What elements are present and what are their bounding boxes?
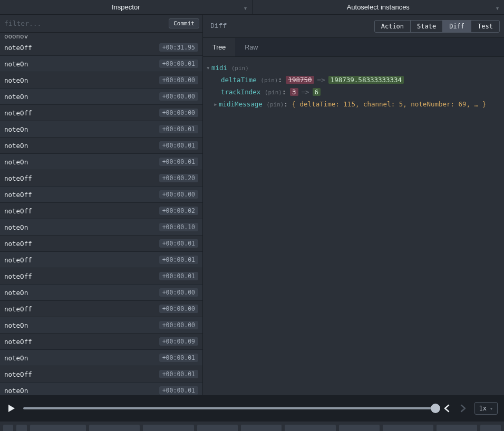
event-name: noteOff: [4, 207, 32, 215]
step-back-button[interactable]: [443, 404, 451, 413]
event-time: +00:31.95: [159, 43, 198, 52]
view-mode-action[interactable]: Action: [374, 20, 411, 33]
chevron-down-icon[interactable]: [496, 3, 499, 11]
play-button[interactable]: [6, 404, 16, 413]
pin-label[interactable]: (pin): [231, 65, 249, 72]
strip-segment[interactable]: [3, 425, 13, 431]
list-item[interactable]: noteOff+00:00.01: [0, 366, 202, 383]
event-name: noteOn: [4, 321, 28, 329]
list-item[interactable]: noteOn+00:00.01: [0, 383, 202, 395]
diff-new-value: 6: [313, 88, 321, 96]
view-mode-test[interactable]: Test: [471, 20, 500, 33]
event-name: noteOn: [4, 223, 28, 231]
strip-segment[interactable]: [30, 425, 86, 431]
left-panel: Commit ooonovnoteOff+00:31.95noteOn+00:0…: [0, 15, 203, 395]
strip-segment[interactable]: [437, 425, 477, 431]
event-name: noteOn: [4, 142, 28, 150]
list-item[interactable]: noteOn+00:00.00: [0, 72, 202, 89]
view-mode-state[interactable]: State: [410, 20, 443, 33]
event-time: +00:00.01: [159, 386, 198, 395]
event-time: +00:00:00: [159, 109, 198, 117]
strip-segment[interactable]: [143, 425, 193, 431]
event-time: +00:00.20: [159, 174, 198, 182]
list-item[interactable]: noteOff+00:00.01: [0, 236, 202, 252]
event-name: noteOff: [4, 191, 32, 199]
strip-segment[interactable]: [241, 425, 282, 431]
timeline-slider[interactable]: [23, 407, 435, 409]
list-item[interactable]: noteOff+00:00.02: [0, 203, 202, 219]
tree-view[interactable]: ▾midi (pin) deltaTime (pin): 198750=>198…: [203, 57, 504, 395]
tree-key: trackIndex: [221, 88, 260, 96]
list-item[interactable]: noteOff+00:00.20: [0, 170, 202, 187]
step-forward-button[interactable]: [459, 404, 467, 413]
main-split: Commit ooonovnoteOff+00:31.95noteOn+00:0…: [0, 15, 504, 395]
list-item[interactable]: noteOn+00:00.00: [0, 317, 202, 334]
event-time: +00:00.01: [159, 239, 198, 248]
list-item[interactable]: noteOn+00:00.01: [0, 56, 202, 72]
event-name: noteOn: [4, 289, 28, 297]
strip-segment[interactable]: [285, 425, 335, 431]
event-name: noteOff: [4, 44, 32, 52]
caret-right-icon[interactable]: ▸: [214, 99, 219, 110]
right-panel: Diff ActionStateDiffTest TreeRaw ▾midi (…: [203, 15, 504, 395]
event-time: +00:00.10: [159, 223, 198, 231]
list-item[interactable]: noteOff+00:00.01: [0, 252, 202, 268]
speed-select[interactable]: 1x: [474, 402, 498, 415]
list-item[interactable]: noteOn+00:00.00: [0, 285, 202, 301]
chevron-down-icon[interactable]: [244, 3, 247, 11]
list-item[interactable]: noteOff+00:00.00: [0, 301, 202, 317]
event-time: +00:00.01: [159, 272, 198, 280]
tab-autoselect[interactable]: Autoselect instances: [253, 0, 505, 14]
event-time: +00:00.01: [159, 141, 198, 150]
caret-down-icon[interactable]: ▾: [206, 62, 211, 74]
list-item[interactable]: noteOn+00:00.10: [0, 219, 202, 236]
pin-label[interactable]: (pin): [266, 101, 284, 108]
event-name: noteOff: [4, 305, 32, 313]
strip-segment[interactable]: [339, 425, 380, 431]
commit-button[interactable]: Commit: [169, 18, 199, 28]
subtab-tree[interactable]: Tree: [203, 38, 235, 56]
list-item[interactable]: ooonov: [0, 33, 202, 40]
list-item[interactable]: noteOn+00:00.00: [0, 89, 202, 105]
list-item[interactable]: noteOn+00:00.01: [0, 121, 202, 138]
event-time: +00:00.01: [159, 256, 198, 264]
list-item[interactable]: noteOff+00:00.01: [0, 268, 202, 285]
bottom-strip: [0, 422, 504, 431]
slider-thumb[interactable]: [431, 404, 440, 413]
subtab-raw[interactable]: Raw: [235, 38, 267, 56]
pin-label[interactable]: (pin): [265, 89, 282, 96]
strip-segment[interactable]: [383, 425, 433, 431]
pin-label[interactable]: (pin): [260, 77, 278, 84]
list-item[interactable]: noteOn+00:00.01: [0, 350, 202, 366]
event-name: noteOff: [4, 272, 32, 280]
diff-header: Diff ActionStateDiffTest: [203, 15, 504, 38]
event-time: +00:00.00: [159, 190, 198, 199]
chevron-down-icon: [490, 406, 493, 412]
event-time: +00:00.01: [159, 354, 198, 362]
strip-segment[interactable]: [16, 425, 26, 431]
tree-row-trackindex[interactable]: trackIndex (pin): 3=>6: [206, 86, 501, 99]
tree-key: midi: [211, 64, 227, 72]
tree-row-deltatime[interactable]: deltaTime (pin): 198750=>198739.58333333…: [206, 74, 501, 86]
strip-segment[interactable]: [197, 425, 238, 431]
list-item[interactable]: noteOff+00:31.95: [0, 40, 202, 56]
event-list[interactable]: ooonovnoteOff+00:31.95noteOn+00:00.01not…: [0, 33, 202, 395]
tab-autoselect-label: Autoselect instances: [347, 3, 410, 11]
list-item[interactable]: noteOff+00:00.00: [0, 187, 202, 203]
filter-input[interactable]: [4, 19, 164, 27]
tree-key: deltaTime: [221, 76, 257, 84]
arrow-icon: =>: [317, 76, 325, 84]
list-item[interactable]: noteOff+00:00:00: [0, 105, 202, 121]
list-item[interactable]: noteOn+00:00.01: [0, 154, 202, 170]
tree-row-midimessage[interactable]: ▸midiMessage (pin): { deltaTime: 115, ch…: [206, 99, 501, 111]
strip-segment[interactable]: [480, 425, 501, 431]
tab-inspector[interactable]: Inspector: [0, 0, 253, 14]
event-time: +00:00.01: [159, 370, 198, 378]
arrow-icon: =>: [302, 88, 309, 96]
list-item[interactable]: noteOn+00:00.01: [0, 138, 202, 154]
tree-root-row[interactable]: ▾midi (pin): [206, 62, 501, 74]
list-item[interactable]: noteOff+00:00.09: [0, 334, 202, 350]
event-name: noteOff: [4, 240, 32, 248]
view-mode-diff[interactable]: Diff: [442, 20, 471, 33]
strip-segment[interactable]: [89, 425, 140, 431]
